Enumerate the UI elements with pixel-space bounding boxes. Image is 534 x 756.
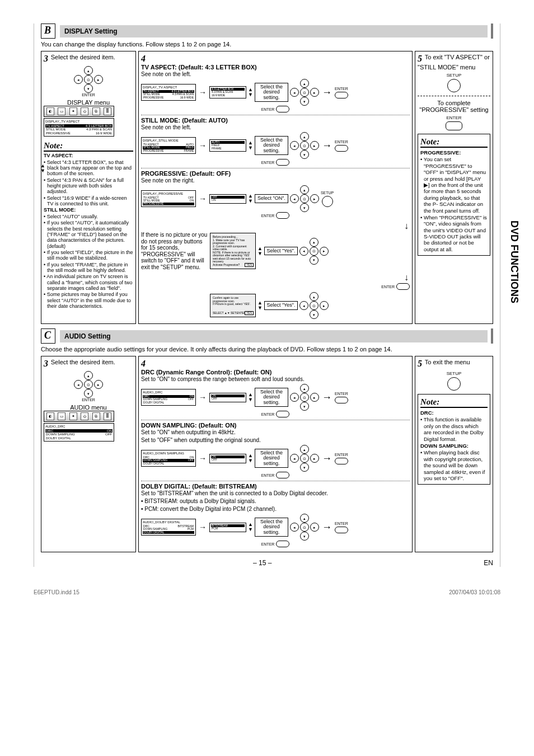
still-mode-sub: See note on the left. [141, 124, 410, 130]
updown-icon: ▲▼ [248, 392, 253, 402]
dpad-icon: ▴ ◂⊙▸ ▾ [290, 79, 319, 106]
note5c-title: Note: [420, 397, 488, 408]
arrow-right-icon: → [199, 393, 207, 402]
audio-menu-label: AUDIO menu [44, 404, 133, 411]
audio-menu-box: AUDIO_DRC DRCON DOWN SAMPLINGOFF DOLBY D… [44, 423, 114, 442]
enter-label: ENTER [261, 542, 275, 546]
enter-button-icon [276, 411, 289, 417]
enter-label: ENTER [82, 93, 95, 97]
dpad-icon: ▴ ◂⊙▸ ▾ [290, 185, 319, 212]
progressive-heading: PROGRESSIVE: (Default: OFF) [141, 168, 410, 177]
enter-label: ENTER [82, 398, 95, 402]
enter-label: ENTER [261, 161, 275, 165]
setup-label: SETUP [447, 371, 462, 376]
updown-icon: ▲▼ [248, 140, 253, 151]
step5-num: 5 [418, 54, 422, 64]
drc-menu-right: ON OFF [209, 393, 246, 402]
arrow-down-icon: ↓ [404, 221, 409, 231]
enter-label: ENTER [335, 392, 348, 396]
setup-button-icon [447, 79, 461, 92]
enter-label: ENTER [335, 87, 348, 91]
tv-aspect-heading: TV ASPECT: (Default: 4:3 LETTER BOX) [141, 64, 410, 71]
note-text: • If you select "AUTO", it automatically… [44, 220, 133, 249]
select-yes-box: Select "Yes". [264, 247, 298, 255]
tv-aspect-menu-right: 4:3 LETTER BOX 4:3 PAN & SCAN 16:9 WIDE [209, 86, 246, 99]
enter-button-icon [276, 159, 289, 166]
arrow-down-icon: ↓ [404, 273, 409, 283]
updown-arrow-icon: ▲▼ [40, 163, 45, 173]
dolby-b2: • PCM: convert the Dolby Digital into PC… [141, 506, 410, 512]
down-menu-left: AUDIO_DOWN SAMPLING DRCON DOWN SAMPLINGO… [141, 450, 196, 467]
enter-button-icon [276, 472, 289, 478]
step5-exit: To exit "TV ASPECT" or "STILL MODE" menu [418, 54, 490, 71]
updown-icon: ▲▼ [248, 453, 253, 463]
enter-button-icon [276, 541, 289, 547]
updown-icon: ▲▼ [248, 87, 253, 97]
arrow-right-icon: → [199, 88, 207, 97]
progressive-osd2: Confirm again to use progressive scan. I… [210, 294, 256, 317]
enter-button-icon [396, 283, 410, 290]
note3-title: Note: [44, 141, 133, 152]
no-picture-text: If there is no picture or you do not pre… [141, 232, 208, 270]
arrow-right-icon: → [199, 194, 207, 203]
tv-aspect-menu-left: DISPLAY_TV ASPECT TV ASPECT4:3 LETTER BO… [141, 84, 196, 101]
enter-button-icon [335, 527, 348, 533]
arrow-right-icon: → [322, 453, 332, 464]
note-text: • Select "4:3 PAN & SCAN" for a full hei… [44, 177, 133, 195]
prog-note-head: PROGRESSIVE: [420, 149, 461, 156]
progressive-sub: See note on the right. [141, 177, 410, 184]
print-stamp: 2007/04/03 10:01:08 [449, 589, 500, 595]
note-text: • Some pictures may be blurred if you se… [44, 292, 133, 309]
updown-icon: ▲▼ [257, 300, 263, 311]
enter-label: ENTER [381, 285, 395, 289]
enter-label: ENTER [446, 115, 461, 120]
section-b-intro: You can change the display functions. Fo… [41, 41, 493, 48]
select-yes-box: Select "Yes". [264, 301, 298, 309]
note-text: • You can set "PROGRESSIVE" to "OFF" in … [420, 156, 488, 214]
note-text: • Select "4:3 LETTER BOX", so that black… [44, 159, 133, 177]
note-text: • Select "16:9 WIDE" if a wide-screen TV… [44, 195, 133, 207]
enter-button-icon [335, 92, 348, 98]
note-text: • If you select "FRAME", the picture in … [44, 262, 133, 274]
section-c-intro: Choose the appropriate audio settings fo… [41, 346, 493, 353]
prog-menu-right: OFF ON [209, 194, 246, 204]
note-text: • When "PROGRESSIVE" is "ON", video sign… [420, 214, 488, 252]
lang-code: EN [484, 559, 493, 567]
dolby-b1: • BITSTREAM: outputs a Dolby Digital sig… [141, 498, 410, 504]
select-setting-box: Select the desired setting. [255, 83, 288, 102]
drc-sub: Set to "ON" to compress the range betwee… [141, 376, 410, 382]
enter-button-icon [335, 397, 348, 403]
enter-label: ENTER [335, 140, 348, 144]
arrow-right-icon: → [322, 522, 332, 533]
updown-icon: ▲▼ [248, 194, 253, 204]
enter-label: ENTER [261, 214, 275, 218]
display-menu-box: DISPLAY_TV ASPECT TV ASPECT4:3 LETTER BO… [44, 118, 114, 137]
display-menu-label: DISPLAY menu [44, 99, 133, 106]
down-note-head: DOWN SAMPLING: [420, 443, 469, 449]
down-sub2: Set to "OFF" when outputting the origina… [141, 437, 410, 443]
setup-button-icon [447, 377, 461, 391]
dolby-sub: Set to "BITSTREAM" when the unit is conn… [141, 490, 410, 496]
setup-menu-strip: ◐▭✦⏲⧉≣ [44, 411, 114, 422]
down-sub: Set to "ON" when outputting in 48kHz. [141, 429, 410, 435]
select-setting-box: Select the desired setting. [255, 388, 288, 407]
still-mode-heading: STILL MODE: (Default: AUTO) [141, 115, 410, 124]
dolby-heading: DOLBY DIGITAL: (Default: BITSTREAM) [141, 481, 410, 490]
tv-aspect-head: TV ASPECT: [44, 153, 133, 158]
progressive-osd1: Before proceeding... 1. Make sure your T… [210, 233, 256, 269]
step5c-num: 5 [418, 359, 422, 369]
drc-menu-left: AUDIO_DRC DRCON DOWN SAMPLINGOFF DOLBY D… [141, 389, 196, 406]
step5-complete: To complete "PROGRESSIVE" setting [418, 100, 490, 113]
step3-text: Select the desired item. [51, 54, 115, 60]
still-menu-left: DISPLAY_STILL MODE TV ASPECTAUTO STILL M… [141, 137, 196, 154]
step3-num: 3 [44, 54, 48, 64]
note-text: • If you select "FIELD", the picture in … [44, 250, 133, 261]
setup-button-icon [322, 196, 333, 207]
dpad-icon: ▴ ◂⊙▸ ▾ [290, 384, 319, 411]
dpad-icon: ▴ ◂⊙▸ ▾ [299, 238, 329, 265]
dolby-menu-right: BITSTREAM PCM [209, 523, 246, 532]
still-menu-right: AUTO FIELD FRAME [209, 139, 246, 152]
enter-label: ENTER [261, 107, 275, 111]
down-sampling-heading: DOWN SAMPLING: (Default: ON) [141, 420, 410, 429]
dpad-icon: ▴ ◂⊙▸ ▾ [299, 292, 329, 319]
